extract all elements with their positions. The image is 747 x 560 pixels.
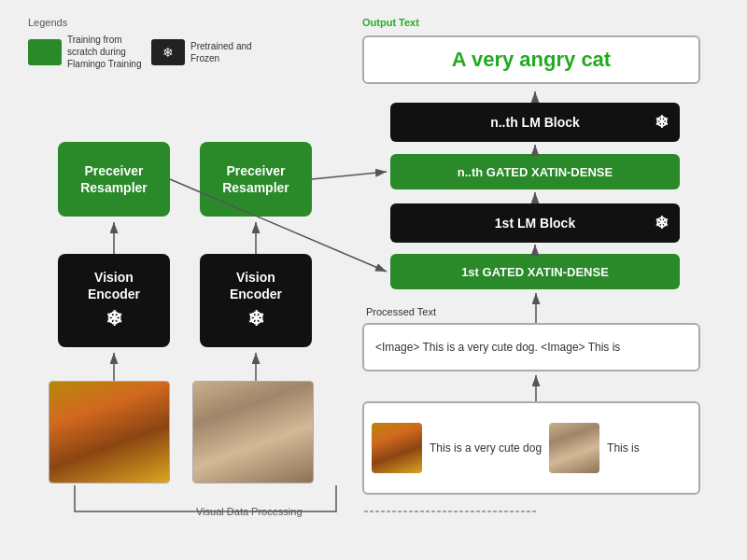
preceiver-resampler-2: PreceiverResampler	[200, 142, 312, 217]
preceiver-2-label: PreceiverResampler	[222, 162, 289, 196]
processed-text-label: Processed Text	[366, 306, 436, 317]
vision-2-snowflake-icon: ❄	[247, 306, 264, 333]
lm-1st-label: 1st LM Block	[495, 216, 575, 231]
legend-snowflake-icon: ❄	[162, 45, 174, 60]
output-text-label: Output Text	[362, 17, 419, 28]
input-dog-text: This is a very cute dog	[430, 441, 542, 455]
svg-line-7	[312, 172, 387, 179]
vision-1-label: VisionEncoder	[88, 269, 140, 302]
legend-item-training: Training from scratch during Flamingo Tr…	[28, 34, 142, 70]
lm-block-nth: n..th LM Block ❄	[390, 103, 680, 142]
diagram-container: Legends Training from scratch during Fla…	[0, 0, 747, 560]
output-text-content: A very angry cat	[452, 48, 611, 72]
dog-image-art	[372, 423, 422, 473]
lm-1st-snowflake-icon: ❄	[655, 213, 669, 233]
processed-text-box: <Image> This is a very cute dog. <Image>…	[362, 323, 700, 371]
lm-nth-label: n..th LM Block	[490, 115, 580, 130]
legend-frozen-label: Pretrained and Frozen	[190, 40, 265, 64]
preceiver-1-label: PreceiverResampler	[80, 162, 148, 196]
input-cat-image	[549, 423, 599, 473]
cat-photo	[193, 382, 313, 483]
lm-nth-snowflake-icon: ❄	[655, 112, 669, 133]
legend-frozen-box: ❄	[151, 39, 185, 65]
vision-encoder-2: VisionEncoder ❄	[200, 254, 312, 347]
lm-block-1st: 1st LM Block ❄	[390, 203, 680, 243]
gated-nth-label: n..th GATED XATIN-DENSE	[458, 165, 613, 179]
vision-encoder-1: VisionEncoder ❄	[58, 254, 170, 347]
processed-text-content: <Image> This is a very cute dog. <Image>…	[375, 341, 620, 354]
legends-items: Training from scratch during Flamingo Tr…	[28, 34, 265, 70]
dog-photo-placeholder	[49, 381, 170, 483]
input-dog-image	[372, 423, 422, 473]
legends-section: Legends Training from scratch during Fla…	[28, 17, 265, 70]
legend-item-pretrained: ❄ Pretrained and Frozen	[151, 39, 265, 65]
output-text-box: A very angry cat	[362, 35, 700, 84]
cat-photo-placeholder	[192, 381, 314, 483]
cat-image-art	[549, 423, 599, 473]
gated-1st-block: 1st GATED XATIN-DENSE	[390, 254, 680, 289]
gated-nth-block: n..th GATED XATIN-DENSE	[390, 154, 680, 189]
vision-2-label: VisionEncoder	[230, 269, 282, 302]
vision-1-snowflake-icon: ❄	[106, 306, 122, 333]
visual-data-processing-label: Visual Data Processing	[196, 506, 303, 517]
input-cat-text: This is	[607, 441, 640, 455]
dog-photo	[49, 382, 169, 483]
legend-training-label: Training from scratch during Flamingo Tr…	[67, 34, 142, 70]
gated-1st-label: 1st GATED XATIN-DENSE	[461, 265, 609, 279]
preceiver-resampler-1: PreceiverResampler	[58, 142, 170, 217]
input-row-box: This is a very cute dog This is	[362, 401, 700, 495]
legends-title: Legends	[28, 17, 265, 28]
legend-green-box	[28, 39, 62, 65]
